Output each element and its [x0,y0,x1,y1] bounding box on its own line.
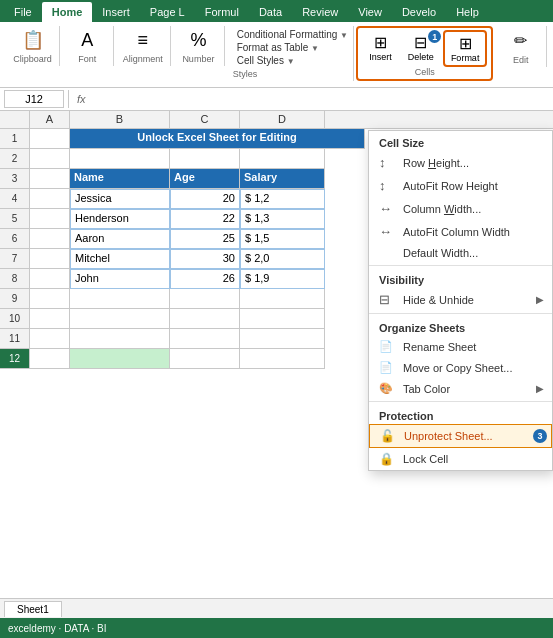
cell-c12[interactable] [170,349,240,369]
cell-a11[interactable] [30,329,70,349]
alignment-btn[interactable]: ≡ [125,28,161,52]
cell-a3[interactable] [30,169,70,189]
cell-c2[interactable] [170,149,240,169]
cell-a12[interactable] [30,349,70,369]
cell-a2[interactable] [30,149,70,169]
cell-b8[interactable]: John [70,269,170,289]
move-copy-icon: 📄 [379,361,399,374]
autofit-row-height-item[interactable]: ↕ AutoFit Row Height [369,174,552,197]
cell-b1-title[interactable]: Unlock Excel Sheet for Editing [70,129,365,149]
tab-developer[interactable]: Develo [392,2,446,22]
grid-row-8: John 26 $ 1,9 [30,269,365,289]
lock-cell-item[interactable]: 🔒 Lock Cell [369,448,552,470]
insert-btn[interactable]: ⊞ Insert [362,30,399,67]
column-width-item[interactable]: ↔ Column Width... [369,197,552,220]
font-btn[interactable]: A [69,28,105,52]
tab-home[interactable]: Home [42,2,93,22]
cell-a7[interactable] [30,249,70,269]
cell-a10[interactable] [30,309,70,329]
rename-sheet-label: Rename Sheet [403,341,476,353]
cell-b9[interactable] [70,289,170,309]
cell-d8[interactable]: $ 1,9 [240,269,325,289]
cell-c11[interactable] [170,329,240,349]
tab-color-label: Tab Color [403,383,450,395]
cell-c3[interactable]: Age [170,169,240,189]
cell-d3[interactable]: Salary [240,169,325,189]
tab-page-layout[interactable]: Page L [140,2,195,22]
cell-d4[interactable]: $ 1,2 [240,189,325,209]
divider-1 [369,265,552,266]
cell-c7[interactable]: 30 [170,249,240,269]
tab-data[interactable]: Data [249,2,292,22]
rename-sheet-item[interactable]: 📄 Rename Sheet [369,336,552,357]
cell-d11[interactable] [240,329,325,349]
sheet-tab-1[interactable]: Sheet1 [4,601,62,617]
cell-b2[interactable] [70,149,170,169]
cell-size-section: Cell Size [369,131,552,151]
grid-row-5: Henderson 22 $ 1,3 [30,209,365,229]
cell-d5[interactable]: $ 1,3 [240,209,325,229]
cell-b11[interactable] [70,329,170,349]
cell-a5[interactable] [30,209,70,229]
cell-reference-input[interactable] [4,90,64,108]
cell-a4[interactable] [30,189,70,209]
cell-c8[interactable]: 26 [170,269,240,289]
cell-c9[interactable] [170,289,240,309]
default-width-item[interactable]: Default Width... [369,243,552,263]
clipboard-btn[interactable]: 📋 [15,28,51,52]
unprotect-sheet-item[interactable]: 🔓 Unprotect Sheet... 3 [369,424,552,448]
tab-formulas[interactable]: Formul [195,2,249,22]
hide-unhide-arrow: ▶ [536,294,544,305]
cell-c10[interactable] [170,309,240,329]
autofit-column-item[interactable]: ↔ AutoFit Column Width [369,220,552,243]
cells-group-label: Cells [415,67,435,77]
lock-cell-label: Lock Cell [403,453,448,465]
row-height-icon: ↕ [379,155,399,170]
row-height-item[interactable]: ↕ Row Height... [369,151,552,174]
cell-styles-btn[interactable]: Cell Styles ▼ [233,54,348,67]
format-btn[interactable]: ⊞ Format [443,30,488,67]
tab-review[interactable]: Review [292,2,348,22]
cell-b10[interactable] [70,309,170,329]
cell-b6[interactable]: Aaron [70,229,170,249]
tab-insert[interactable]: Insert [92,2,140,22]
tab-file[interactable]: File [4,2,42,22]
edit-label: Edit [513,55,529,65]
move-copy-sheet-item[interactable]: 📄 Move or Copy Sheet... [369,357,552,378]
cell-a6[interactable] [30,229,70,249]
alignment-group: ≡ Alignment [116,26,171,66]
cell-b12[interactable] [70,349,170,369]
delete-icon: ⊟ [414,33,427,52]
cell-d6[interactable]: $ 1,5 [240,229,325,249]
conditional-formatting-arrow: ▼ [340,31,348,40]
edit-btn[interactable]: ✏ [503,28,539,53]
cell-b4[interactable]: Jessica [70,189,170,209]
cell-b3[interactable]: Name [70,169,170,189]
cell-b5[interactable]: Henderson [70,209,170,229]
format-as-table-btn[interactable]: Format as Table ▼ [233,41,348,54]
cell-c5[interactable]: 22 [170,209,240,229]
cell-d2[interactable] [240,149,325,169]
conditional-formatting-btn[interactable]: Conditional Formatting ▼ [233,28,348,41]
cell-a1[interactable] [30,129,70,149]
tab-color-item[interactable]: 🎨 Tab Color ▶ [369,378,552,399]
cell-d12[interactable] [240,349,325,369]
spreadsheet-grid: Unlock Excel Sheet for Editing Name Age … [30,129,365,369]
number-btn[interactable]: % [180,28,216,52]
cell-a9[interactable] [30,289,70,309]
formula-input[interactable] [94,91,549,107]
cell-b7[interactable]: Mitchel [70,249,170,269]
tab-help[interactable]: Help [446,2,489,22]
cell-c4[interactable]: 20 [170,189,240,209]
hide-unhide-label: Hide & Unhide [403,294,474,306]
column-width-label: Column Width... [403,203,481,215]
cell-d10[interactable] [240,309,325,329]
hide-unhide-item[interactable]: ⊟ Hide & Unhide ▶ [369,288,552,311]
cell-d9[interactable] [240,289,325,309]
cell-d7[interactable]: $ 2,0 [240,249,325,269]
clipboard-label: Clipboard [13,54,52,64]
rename-sheet-icon: 📄 [379,340,399,353]
tab-view[interactable]: View [348,2,392,22]
cell-a8[interactable] [30,269,70,289]
cell-c6[interactable]: 25 [170,229,240,249]
